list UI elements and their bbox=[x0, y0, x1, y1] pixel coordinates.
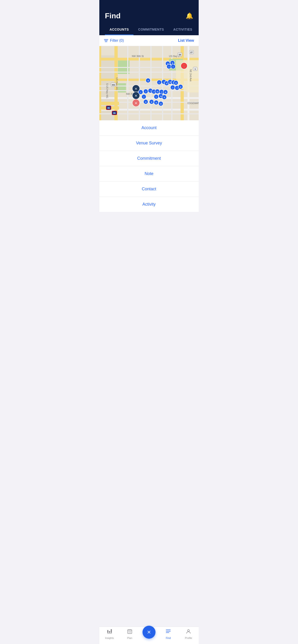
svg-text:S US Hwy 441: S US Hwy 441 bbox=[106, 83, 108, 98]
map-view[interactable]: NW 36th St US Hwy 27 NE 2nd Ave S US Hwy… bbox=[99, 46, 199, 120]
menu-item-venue-survey[interactable]: Venue Survey bbox=[99, 136, 199, 151]
svg-text:25: 25 bbox=[179, 54, 181, 56]
svg-text:⊕: ⊕ bbox=[166, 82, 168, 84]
quick-add-menu: Account Venue Survey Commitment Note Con… bbox=[99, 120, 199, 212]
svg-text:1: 1 bbox=[194, 68, 196, 70]
svg-rect-12 bbox=[127, 46, 128, 120]
svg-text:⊕: ⊕ bbox=[145, 101, 147, 103]
svg-text:📍: 📍 bbox=[182, 64, 186, 68]
svg-text:NE 2nd Ave: NE 2nd Ave bbox=[189, 69, 192, 82]
svg-text:2: 2 bbox=[172, 87, 173, 88]
svg-text:⊕: ⊕ bbox=[160, 103, 162, 105]
svg-text:✕: ✕ bbox=[135, 94, 137, 98]
menu-item-activity[interactable]: Activity bbox=[99, 197, 199, 212]
svg-text:⊕: ⊕ bbox=[151, 101, 152, 103]
tab-commitments[interactable]: COMMITMENTS bbox=[133, 25, 168, 35]
svg-text:2: 2 bbox=[143, 96, 144, 98]
svg-text:⊕: ⊕ bbox=[147, 80, 149, 82]
svg-text:2: 2 bbox=[153, 91, 154, 93]
filter-icon bbox=[104, 39, 108, 42]
svg-text:⊕: ⊕ bbox=[157, 91, 158, 93]
svg-text:27: 27 bbox=[190, 51, 193, 54]
tab-accounts[interactable]: ACCOUNTS bbox=[105, 25, 133, 35]
svg-text:⊕: ⊕ bbox=[160, 95, 162, 97]
filter-bar: Filter (0) List View bbox=[99, 35, 199, 46]
svg-rect-14 bbox=[150, 46, 152, 120]
filter-button[interactable]: Filter (0) bbox=[104, 38, 124, 43]
svg-text:⊕: ⊕ bbox=[155, 102, 157, 104]
svg-text:EDGEWATE: EDGEWATE bbox=[187, 102, 199, 104]
list-view-button[interactable]: List View bbox=[178, 38, 194, 43]
header: Find 🔔 ACCOUNTS COMMITMENTS ACTIVITIES bbox=[99, 0, 199, 35]
tab-activities[interactable]: ACTIVITIES bbox=[169, 25, 197, 35]
svg-text:⊕: ⊕ bbox=[175, 82, 177, 84]
svg-text:2: 2 bbox=[140, 92, 141, 93]
tab-bar: ACCOUNTS COMMITMENTS ACTIVITIES bbox=[105, 25, 193, 35]
svg-text:2: 2 bbox=[173, 66, 174, 68]
svg-text:⊕: ⊕ bbox=[172, 62, 173, 64]
notification-bell-icon[interactable]: 🔔 bbox=[186, 12, 193, 20]
svg-text:95: 95 bbox=[107, 107, 110, 109]
svg-text:⊕: ⊕ bbox=[164, 96, 165, 98]
svg-text:441: 441 bbox=[112, 84, 115, 86]
svg-text:2: 2 bbox=[159, 82, 160, 84]
menu-item-account[interactable]: Account bbox=[99, 120, 199, 136]
svg-text:NW 36th St: NW 36th St bbox=[132, 55, 144, 58]
svg-text:3: 3 bbox=[145, 91, 146, 92]
svg-text:⊕: ⊕ bbox=[169, 81, 171, 83]
filter-label: Filter (0) bbox=[110, 38, 124, 43]
svg-rect-23 bbox=[99, 102, 119, 105]
svg-text:4: 4 bbox=[168, 66, 169, 68]
page-title: Find bbox=[105, 12, 121, 20]
svg-text:✕: ✕ bbox=[135, 87, 137, 91]
svg-text:⊕: ⊕ bbox=[180, 86, 181, 88]
svg-text:3: 3 bbox=[161, 91, 162, 93]
svg-text:2: 2 bbox=[163, 81, 164, 83]
svg-text:95: 95 bbox=[113, 112, 116, 114]
svg-text:5: 5 bbox=[150, 90, 151, 92]
svg-text:⊕: ⊕ bbox=[165, 91, 166, 94]
menu-item-commitment[interactable]: Commitment bbox=[99, 151, 199, 166]
svg-text:3: 3 bbox=[156, 96, 157, 98]
menu-item-note[interactable]: Note bbox=[99, 166, 199, 182]
svg-text:3: 3 bbox=[177, 88, 178, 89]
svg-text:✕: ✕ bbox=[135, 101, 137, 105]
menu-item-contact[interactable]: Contact bbox=[99, 182, 199, 197]
